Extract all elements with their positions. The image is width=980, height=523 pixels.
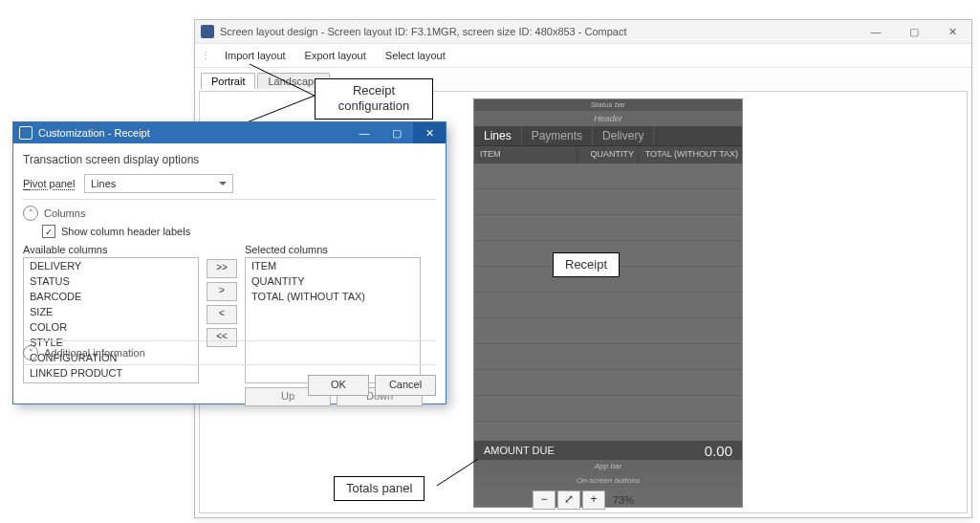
- preview-receipt-row: [474, 318, 742, 344]
- preview-receipt-row: [474, 189, 742, 215]
- preview-receipt-row: [474, 163, 742, 189]
- preview-header: Header: [474, 111, 742, 126]
- pivot-panel-label: Pivot panel: [23, 178, 78, 189]
- list-item[interactable]: SIZE: [24, 304, 198, 319]
- close-button[interactable]: ✕: [933, 20, 971, 43]
- amount-due-label: AMOUNT DUE: [484, 445, 555, 456]
- zoom-value: 73%: [613, 494, 634, 506]
- toolbar-grip-icon: ⋮: [201, 50, 211, 62]
- preview-receipt-row: [474, 215, 742, 241]
- zoom-out-button[interactable]: −: [533, 490, 555, 510]
- orientation-tabs: Portrait Landscape: [195, 68, 971, 89]
- dialog-icon: [19, 126, 33, 140]
- preview-receipt-row: [474, 293, 742, 318]
- dialog-section-title: Transaction screen display options: [23, 153, 436, 166]
- zoom-in-button[interactable]: +: [582, 490, 605, 510]
- preview-receipt-row: [474, 396, 742, 422]
- callout-receipt: Receipt: [553, 252, 620, 277]
- chevron-down-icon: ˅: [23, 345, 38, 360]
- preview-tab-payments: Payments: [522, 126, 593, 145]
- remove-button[interactable]: <: [207, 305, 237, 324]
- checkbox-icon: ✓: [42, 225, 55, 238]
- export-layout-button[interactable]: Export layout: [297, 50, 374, 61]
- preview-col-qty: QUANTITY: [577, 146, 639, 163]
- preview-tab-delivery: Delivery: [593, 126, 654, 145]
- dialog-titlebar[interactable]: Customization - Receipt — ▢ ✕: [13, 122, 446, 143]
- cancel-button[interactable]: Cancel: [375, 375, 436, 396]
- preview-pivot-tabs: Lines Payments Delivery: [474, 126, 742, 146]
- window-title: Screen layout design - Screen layout ID:…: [220, 20, 857, 43]
- app-icon: [201, 25, 214, 38]
- minimize-button[interactable]: —: [857, 20, 895, 43]
- list-item[interactable]: TOTAL (WITHOUT TAX): [246, 289, 420, 304]
- preview-column-headers: ITEM QUANTITY TOTAL (WITHOUT TAX): [474, 146, 742, 163]
- preview-receipt-rows: [474, 163, 742, 441]
- dialog-close-button[interactable]: ✕: [413, 122, 446, 143]
- amount-due-value: 0.00: [705, 443, 732, 459]
- dialog-title: Customization - Receipt: [38, 127, 348, 139]
- select-layout-button[interactable]: Select layout: [378, 50, 453, 61]
- list-item[interactable]: DELIVERY: [24, 258, 198, 273]
- toolbar: ⋮ Import layout Export layout Select lay…: [195, 44, 971, 68]
- preview-receipt-row: [474, 344, 742, 370]
- selected-caption: Selected columns: [245, 244, 423, 255]
- columns-group-header[interactable]: ˄ Columns: [23, 206, 436, 221]
- window-titlebar: Screen layout design - Screen layout ID:…: [195, 20, 971, 44]
- ok-button[interactable]: OK: [308, 375, 369, 396]
- preview-col-total: TOTAL (WITHOUT TAX): [639, 146, 742, 163]
- maximize-button[interactable]: ▢: [895, 20, 933, 43]
- callout-totals-panel: Totals panel: [334, 476, 425, 501]
- list-item[interactable]: ITEM: [246, 258, 420, 273]
- show-header-checkbox[interactable]: ✓ Show column header labels: [42, 225, 436, 238]
- list-item[interactable]: COLOR: [24, 319, 198, 335]
- preview-totals-panel: AMOUNT DUE 0.00: [474, 441, 742, 460]
- show-header-label: Show column header labels: [61, 226, 190, 237]
- preview-col-item: ITEM: [474, 146, 577, 163]
- add-button[interactable]: >: [207, 282, 237, 301]
- dialog-maximize-button[interactable]: ▢: [381, 122, 413, 143]
- available-caption: Available columns: [23, 244, 199, 255]
- import-layout-button[interactable]: Import layout: [217, 50, 294, 61]
- list-item[interactable]: BARCODE: [24, 289, 198, 304]
- list-item[interactable]: OFFER ID: [24, 381, 198, 383]
- preview-status-bar: Status bar: [474, 99, 742, 111]
- list-item[interactable]: QUANTITY: [246, 273, 420, 289]
- list-item[interactable]: STATUS: [24, 273, 198, 289]
- preview-tab-lines: Lines: [474, 126, 522, 145]
- tab-portrait[interactable]: Portrait: [201, 73, 255, 89]
- callout-receipt-config: Receipt configuration: [315, 78, 433, 120]
- chevron-up-icon: ˄: [23, 206, 38, 221]
- pivot-panel-select[interactable]: Lines: [84, 174, 233, 193]
- preview-onscreen-buttons: On-screen buttons: [474, 473, 742, 489]
- dialog-minimize-button[interactable]: —: [348, 122, 381, 143]
- zoom-controls: − ⤢ + 73%: [533, 490, 634, 510]
- additional-info-group[interactable]: ˅ Additional information: [23, 345, 436, 360]
- preview-app-bar: App bar: [474, 460, 742, 473]
- customization-dialog: Customization - Receipt — ▢ ✕ Transactio…: [12, 121, 446, 404]
- add-all-button[interactable]: >>: [207, 259, 237, 278]
- zoom-fit-button[interactable]: ⤢: [557, 490, 580, 510]
- device-preview[interactable]: Status bar Header Lines Payments Deliver…: [473, 98, 743, 508]
- preview-receipt-row: [474, 370, 742, 396]
